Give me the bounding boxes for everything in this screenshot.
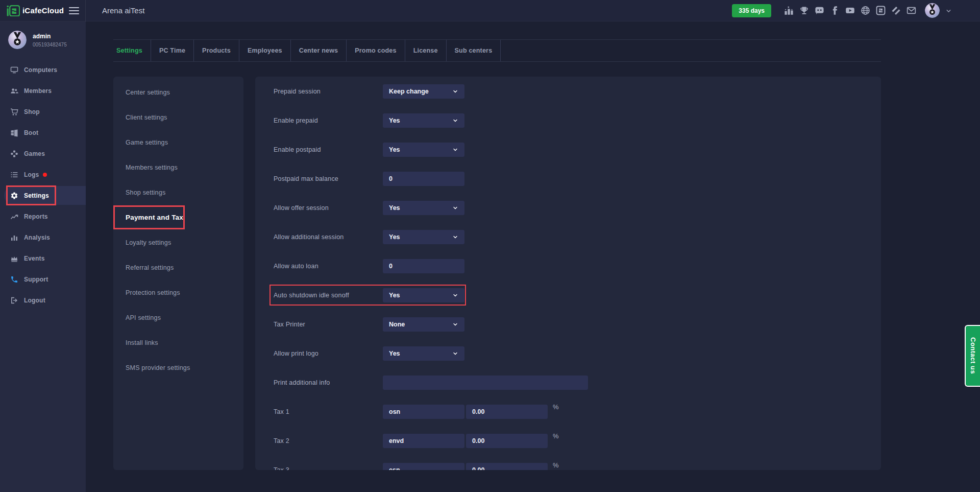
chevron-down-icon (452, 147, 458, 153)
tab-center-news[interactable]: Center news (291, 40, 347, 61)
sidebar-item-label: Logs (24, 171, 39, 178)
license-days-badge[interactable]: 335 days (732, 4, 771, 17)
submenu-item-label: Client settings (126, 114, 167, 121)
tax-2-name-input[interactable]: envd (383, 434, 464, 448)
globe-icon[interactable] (861, 6, 870, 15)
postpaid-max-balance-input[interactable]: 0 (383, 172, 464, 186)
sidebar-item-logout[interactable]: Logout (0, 290, 86, 311)
facebook-icon[interactable] (830, 6, 840, 15)
field-label: Allow print logo (274, 350, 383, 357)
computers-icon (10, 66, 18, 74)
tax-2-rate-input[interactable]: 0.00 (466, 434, 548, 448)
sidebar-item-reports[interactable]: Reports (0, 206, 86, 227)
tax-1-name-input[interactable]: osn (383, 405, 464, 419)
chevron-down-icon (452, 118, 458, 124)
tab-promo-codes[interactable]: Promo codes (347, 40, 405, 61)
enable-postpaid-select[interactable]: Yes (383, 143, 464, 157)
medal-avatar[interactable] (925, 3, 940, 18)
enable-prepaid-select[interactable]: Yes (383, 113, 464, 128)
contact-us-label: Contact us (969, 337, 977, 374)
field-label: Allow auto loan (274, 263, 383, 270)
form-row-allow-print-logo: Allow print logoYes (255, 339, 881, 368)
allow-auto-loan-input[interactable]: 0 (383, 259, 464, 273)
chevron-down-icon (452, 88, 458, 95)
brand-area: iCafeCloud (0, 0, 86, 21)
field-label: Auto shutdown idle sonoff (274, 292, 383, 299)
allow-additional-session-select[interactable]: Yes (383, 230, 464, 244)
allow-offer-session-select[interactable]: Yes (383, 201, 464, 215)
sidebar-item-logs[interactable]: Logs (0, 164, 86, 185)
layers-icon[interactable] (891, 6, 901, 15)
submenu-item-label: Center settings (126, 89, 170, 96)
mail-icon[interactable] (906, 6, 916, 15)
youtube-icon[interactable] (845, 6, 855, 15)
submenu-item-label: Shop settings (126, 189, 165, 196)
submenu-item-client-settings[interactable]: Client settings (113, 105, 243, 130)
form-row-allow-offer-session: Allow offer sessionYes (255, 193, 881, 222)
submenu-item-label: Loyalty settings (126, 239, 171, 246)
sidebar-item-analysis[interactable]: Analysis (0, 227, 86, 248)
form-row-prepaid-session: Prepaid sessionKeep change (255, 77, 881, 106)
submenu-item-referral-settings[interactable]: Referral settings (113, 255, 243, 280)
submenu-item-loyalty-settings[interactable]: Loyalty settings (113, 230, 243, 255)
tab-sub-centers[interactable]: Sub centers (447, 40, 501, 61)
submenu-item-shop-settings[interactable]: Shop settings (113, 180, 243, 205)
submenu-item-label: Protection settings (126, 289, 180, 296)
tax-printer-select[interactable]: None (383, 317, 464, 332)
sidebar-item-support[interactable]: Support (0, 269, 86, 290)
prepaid-session-select[interactable]: Keep change (383, 84, 464, 99)
sidebar-item-settings[interactable]: Settings (0, 185, 86, 206)
topbar: iCafeCloud Arena aiTest 335 days (0, 0, 980, 21)
field-label: Enable postpaid (274, 146, 383, 153)
chevron-down-icon[interactable] (945, 7, 952, 14)
payment-tax-form: Prepaid sessionKeep changeEnable prepaid… (255, 77, 881, 470)
sidebar-item-members[interactable]: Members (0, 80, 86, 101)
sidebar-item-games[interactable]: Games (0, 143, 86, 164)
percent-suffix: % (553, 461, 559, 469)
tab-products[interactable]: Products (194, 40, 239, 61)
tab-employees[interactable]: Employees (239, 40, 291, 61)
allow-print-logo-select[interactable]: Yes (383, 346, 464, 361)
chevron-down-icon (452, 234, 458, 240)
submenu-item-sms-provider-settings[interactable]: SMS provider settings (113, 355, 243, 380)
contact-us-tab[interactable]: Contact us (965, 325, 980, 387)
boot-icon (10, 129, 18, 137)
sidebar-item-shop[interactable]: Shop (0, 101, 86, 122)
form-row-tax-printer: Tax PrinterNone (255, 310, 881, 339)
sidebar-item-label: Boot (24, 129, 38, 136)
topbar-right: 335 days (732, 3, 980, 18)
sidebar-item-computers[interactable]: Computers (0, 59, 86, 80)
auto-shutdown-idle-sonoff-select[interactable]: Yes (383, 288, 464, 302)
print-additional-info-input[interactable] (383, 376, 588, 390)
tab-settings[interactable]: Settings (113, 40, 151, 61)
hamburger-icon[interactable] (69, 7, 79, 14)
discord-icon[interactable] (815, 6, 824, 15)
submenu-item-game-settings[interactable]: Game settings (113, 130, 243, 155)
user-block[interactable]: admin 005193482475 (0, 21, 86, 58)
members-icon (10, 87, 18, 95)
trophy-icon[interactable] (799, 6, 809, 15)
submenu-item-label: API settings (126, 314, 161, 321)
submenu-item-payment-and-tax[interactable]: Payment and Tax (113, 205, 243, 230)
games-icon (10, 150, 18, 158)
select-value: None (389, 321, 405, 328)
ranking-icon[interactable] (784, 6, 794, 15)
sidebar-item-boot[interactable]: Boot (0, 122, 86, 143)
field-label: Print additional info (274, 379, 383, 386)
tax-1-rate-input[interactable]: 0.00 (466, 405, 548, 419)
form-row-allow-additional-session: Allow additional sessionYes (255, 222, 881, 251)
submenu-item-members-settings[interactable]: Members settings (113, 155, 243, 180)
tab-license[interactable]: License (405, 40, 447, 61)
submenu-item-label: Members settings (126, 164, 178, 171)
submenu-item-protection-settings[interactable]: Protection settings (113, 280, 243, 305)
tax-3-name-input[interactable]: esn (383, 463, 464, 471)
tax-3-rate-input[interactable]: 0.00 (466, 463, 548, 471)
submenu-item-center-settings[interactable]: Center settings (113, 80, 243, 105)
tab-pc-time[interactable]: PC Time (151, 40, 194, 61)
sidebar-item-label: Analysis (24, 234, 50, 241)
submenu-item-install-links[interactable]: Install links (113, 330, 243, 355)
icafecloud-icon[interactable] (876, 6, 886, 15)
submenu-item-api-settings[interactable]: API settings (113, 305, 243, 330)
icafecloud-logo-icon[interactable] (7, 5, 20, 16)
sidebar-item-events[interactable]: Events (0, 248, 86, 269)
